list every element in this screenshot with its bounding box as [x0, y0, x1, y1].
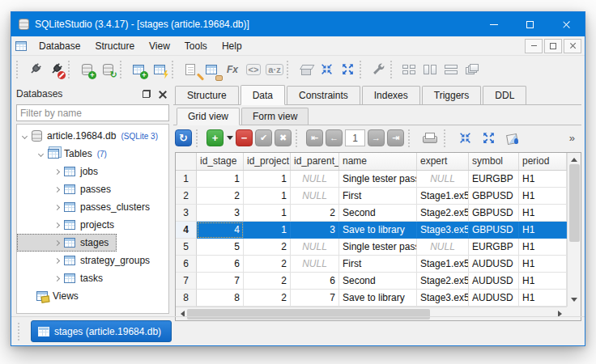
tile-vertically-button[interactable]	[419, 59, 441, 80]
cell[interactable]: NULL	[291, 256, 339, 273]
subtab-form-view[interactable]: Form view	[241, 108, 309, 125]
cell[interactable]: 2	[244, 239, 291, 256]
column-header-id-parent-[interactable]: id_parent_	[291, 153, 339, 170]
first-page-button[interactable]: ⇤	[306, 129, 323, 146]
table-row[interactable]: 3312SecondStage2.ex5GBPUSDH1	[176, 205, 567, 222]
close-button[interactable]	[548, 12, 585, 36]
cell[interactable]: AUDUSD	[469, 273, 519, 290]
tile-windows-button[interactable]	[398, 59, 419, 80]
functions-button[interactable]: Fx	[222, 59, 243, 80]
mdi-minimize-button[interactable]	[525, 39, 543, 53]
cell[interactable]: 2	[244, 256, 291, 273]
cell[interactable]: Stage1.ex5	[417, 188, 469, 205]
row-number[interactable]: 2	[176, 188, 197, 205]
cell[interactable]: Stage3.ex5	[417, 222, 469, 239]
cell[interactable]: H1	[519, 256, 567, 273]
row-number[interactable]: 5	[176, 239, 197, 256]
last-page-button[interactable]: ⇥	[387, 129, 404, 146]
cell[interactable]: Stage1.ex5	[417, 256, 469, 273]
cell[interactable]: GBPUSD	[469, 188, 519, 205]
cell[interactable]: AUDUSD	[469, 256, 519, 273]
cell[interactable]: EURGBP	[469, 171, 519, 188]
filter-input[interactable]	[16, 104, 169, 121]
cell[interactable]: 1	[244, 222, 291, 239]
mdi-restore-button[interactable]	[544, 39, 562, 53]
cell[interactable]: 3	[291, 222, 339, 239]
tree-item-tasks[interactable]: tasks	[17, 269, 168, 287]
refresh-grid-button[interactable]: ↻	[175, 129, 192, 146]
cell[interactable]: Single tester pass	[339, 171, 417, 188]
cell[interactable]: 6	[197, 256, 244, 273]
vertical-scrollbar[interactable]	[567, 153, 581, 307]
cell[interactable]: H1	[519, 273, 567, 290]
cell[interactable]: 2	[244, 273, 291, 290]
cell[interactable]: 5	[197, 239, 244, 256]
tree-item-projects[interactable]: projects	[17, 216, 168, 234]
cell[interactable]: Second	[339, 273, 417, 290]
cell[interactable]: NULL	[417, 239, 469, 256]
column-header-period[interactable]: period	[519, 153, 567, 170]
insert-row-button[interactable]: +	[206, 129, 224, 146]
toolbar-grip[interactable]	[408, 129, 413, 147]
toolbar-overflow-button[interactable]: »	[569, 132, 580, 144]
tree-item-database[interactable]: article.19684.db (SQLite 3)	[17, 127, 168, 145]
toolbar-grip[interactable]	[120, 61, 125, 78]
cell[interactable]: 1	[244, 171, 291, 188]
cell[interactable]: GBPUSD	[469, 205, 519, 222]
menu-view[interactable]: View	[142, 38, 177, 54]
column-header-id-project[interactable]: id_project	[244, 153, 291, 170]
vertical-scroll-thumb[interactable]	[569, 164, 580, 242]
scroll-down-icon[interactable]	[571, 298, 577, 302]
cell[interactable]: H1	[519, 222, 567, 239]
maximize-button[interactable]	[512, 12, 548, 36]
tree-item-jobs[interactable]: jobs	[17, 163, 168, 180]
add-database-button[interactable]: +	[76, 59, 97, 80]
cell[interactable]: 1	[244, 205, 291, 222]
row-number[interactable]: 4	[176, 222, 197, 239]
cell[interactable]: H1	[519, 239, 567, 256]
cell[interactable]: 2	[244, 290, 291, 307]
close-panel-icon[interactable]	[158, 90, 167, 99]
connect-button[interactable]	[24, 59, 45, 80]
cell[interactable]: H1	[519, 290, 567, 307]
scroll-up-icon[interactable]	[571, 158, 577, 162]
cell[interactable]: NULL	[291, 239, 339, 256]
minimize-button[interactable]	[475, 12, 512, 36]
table-row[interactable]: 4413Save to libraryStage3.ex5GBPUSDH1	[176, 222, 567, 239]
tree-item-passes[interactable]: passes	[17, 180, 168, 198]
cell[interactable]: H1	[519, 188, 567, 205]
cell[interactable]: NULL	[291, 188, 339, 205]
cell[interactable]: 6	[291, 273, 339, 290]
expand-columns-button[interactable]	[478, 128, 499, 149]
previous-page-button[interactable]: ←	[326, 129, 343, 146]
table-action-button[interactable]	[149, 59, 170, 80]
cell[interactable]: 7	[291, 290, 339, 307]
tree-item-strategy-groups[interactable]: strategy_groups	[17, 252, 168, 269]
taskbar-window-button[interactable]: stages (article.19684.db)	[31, 320, 172, 342]
cell[interactable]: Stage2.ex5	[417, 273, 469, 290]
row-number[interactable]: 8	[176, 290, 197, 307]
table-row[interactable]: 7726SecondStage2.ex5AUDUSDH1	[176, 273, 567, 290]
toolbar-grip[interactable]	[360, 61, 364, 78]
tab-structure[interactable]: Structure	[175, 86, 239, 104]
column-header-symbol[interactable]: symbol	[469, 153, 519, 170]
cell[interactable]: 1	[244, 188, 291, 205]
column-header-id-stage[interactable]: id_stage	[197, 153, 244, 170]
cell[interactable]: 7	[197, 273, 244, 290]
cell[interactable]: First	[339, 256, 417, 273]
cell[interactable]: 1	[197, 171, 244, 188]
shrink-columns-button[interactable]	[454, 128, 475, 149]
expand-windows-button[interactable]	[337, 59, 358, 80]
tile-horizontally-button[interactable]	[441, 59, 462, 80]
cell[interactable]: Save to library	[339, 290, 417, 307]
rollback-button[interactable]: ✖	[275, 129, 292, 146]
tree-item-passes-clusters[interactable]: passes_clusters	[17, 198, 168, 216]
table-row[interactable]: 8827Save to libraryStage3.ex5AUDUSDH1	[176, 290, 567, 307]
toolbar-grip[interactable]	[444, 129, 449, 147]
cell[interactable]: NULL	[417, 171, 469, 188]
cell[interactable]: AUDUSD	[469, 290, 519, 307]
menu-database[interactable]: Database	[32, 38, 87, 54]
mdi-close-button[interactable]	[564, 39, 581, 53]
taskbar-grip[interactable]	[18, 323, 23, 341]
print-button[interactable]	[419, 128, 440, 149]
